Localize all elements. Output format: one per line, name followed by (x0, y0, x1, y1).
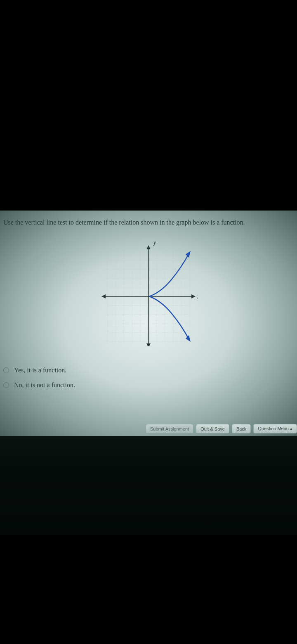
coordinate-graph: y x (99, 239, 198, 346)
svg-marker-23 (146, 343, 151, 346)
radio-icon (3, 367, 9, 373)
svg-marker-26 (186, 251, 191, 258)
x-axis-label: x (197, 294, 198, 300)
svg-marker-25 (101, 294, 106, 298)
question-panel: Use the vertical line test to determine … (0, 211, 297, 436)
action-buttons: Submit Assignment Quit & Save Back Quest… (146, 424, 297, 433)
question-prompt: Use the vertical line test to determine … (3, 219, 294, 226)
back-button[interactable]: Back (232, 424, 251, 433)
option-no[interactable]: No, it is not a function. (3, 381, 294, 389)
quit-save-button[interactable]: Quit & Save (196, 424, 229, 433)
graph-container: y x (3, 239, 294, 346)
question-menu-button[interactable]: Question Menu ▴ (253, 424, 297, 433)
option-label: Yes, it is a function. (14, 367, 66, 374)
option-yes[interactable]: Yes, it is a function. (3, 367, 294, 374)
submit-button[interactable]: Submit Assignment (146, 424, 193, 433)
option-label: No, it is not a function. (14, 381, 75, 389)
svg-marker-22 (146, 245, 151, 249)
bottom-shadow-area (0, 436, 297, 535)
svg-marker-24 (191, 294, 196, 298)
radio-icon (3, 382, 9, 388)
y-axis-label: y (153, 239, 156, 246)
svg-marker-27 (186, 335, 191, 342)
answer-options: Yes, it is a function. No, it is not a f… (3, 367, 294, 389)
